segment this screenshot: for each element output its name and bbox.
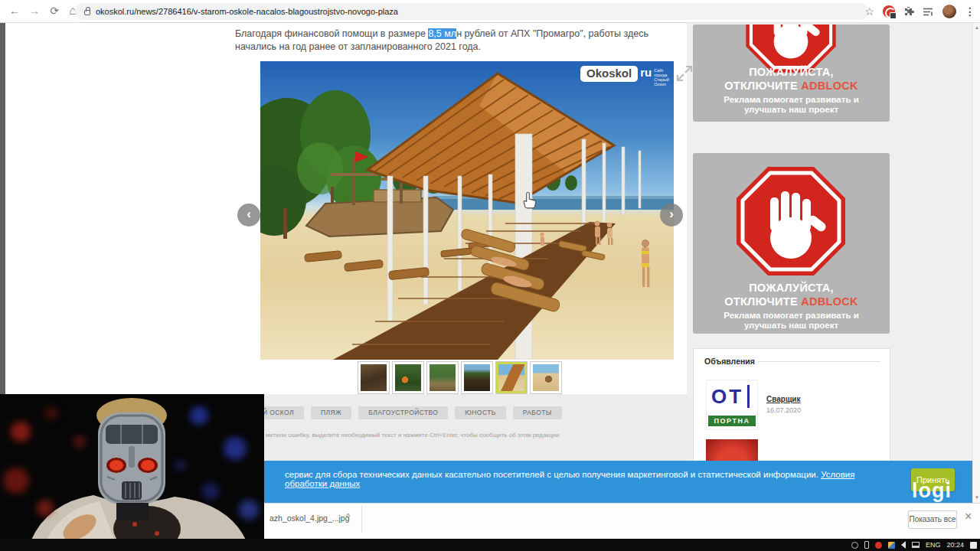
error-report-notice: метили ошибку, выделите необходимый текс… bbox=[266, 432, 560, 439]
divider bbox=[758, 361, 880, 362]
download-item-caret-icon[interactable]: ^ bbox=[346, 512, 350, 521]
extensions-puzzle-icon[interactable] bbox=[903, 6, 914, 17]
thumbnail-5-selected[interactable] bbox=[496, 362, 527, 393]
classified-1-link[interactable]: Сварщик bbox=[766, 395, 801, 403]
language-indicator[interactable]: ENG bbox=[926, 541, 941, 549]
downloaded-file-item[interactable]: azh_oskol_4.jpg_...jpg bbox=[270, 514, 350, 523]
classified-2-image[interactable] bbox=[706, 439, 758, 462]
media-list-icon[interactable] bbox=[923, 7, 934, 17]
watermark-tld: ru bbox=[640, 66, 652, 79]
reload-icon[interactable]: ⟳ bbox=[46, 2, 63, 19]
page-scrollbar[interactable]: ▲ ▼ bbox=[972, 23, 980, 503]
bookmark-star-icon[interactable]: ☆ bbox=[864, 5, 874, 18]
network-icon[interactable] bbox=[912, 542, 920, 548]
lock-icon bbox=[84, 10, 90, 15]
adblock-line3: Реклама помогает развивать и bbox=[693, 311, 890, 320]
browser-menu-icon[interactable]: ⋮ bbox=[965, 5, 975, 18]
system-tray: ENG 20:24 bbox=[851, 539, 977, 551]
windows-taskbar: ENG 20:24 bbox=[0, 539, 980, 551]
bokeh-light bbox=[224, 437, 247, 460]
thumbnail-2[interactable] bbox=[393, 362, 423, 393]
scroll-up-icon[interactable]: ▲ bbox=[973, 25, 980, 30]
tag-yunost[interactable]: ЮНОСТЬ bbox=[455, 406, 505, 419]
adblock-line3: Реклама помогает развивать и bbox=[693, 95, 890, 104]
watermark-tagline: Сайт городаСтарый Оскол bbox=[654, 68, 674, 86]
bokeh-light bbox=[202, 483, 219, 500]
thumbnail-6[interactable] bbox=[531, 362, 561, 393]
adblock-line2: ОТКЛЮЧИТЕ ADBLOCK bbox=[693, 295, 890, 308]
adblock-notice-main: ПОЖАЛУЙСТА, ОТКЛЮЧИТЕ ADBLOCK Реклама по… bbox=[693, 153, 890, 334]
beach-render-illustration bbox=[260, 61, 674, 360]
scroll-down-icon[interactable]: ▼ bbox=[973, 495, 980, 500]
volume-icon[interactable] bbox=[901, 541, 906, 549]
logo-text-top: ОТ bbox=[711, 385, 750, 408]
article-text-before: Благодаря финансовой помощи в размере bbox=[235, 28, 428, 39]
bokeh-light bbox=[175, 460, 185, 471]
adblock-line1: ПОЖАЛУЙСТА, bbox=[693, 66, 890, 78]
gallery-prev-button[interactable]: ‹ bbox=[237, 204, 260, 227]
url-text: okoskol.ru/news/2786416/v-starom-oskole-… bbox=[96, 7, 398, 16]
logitech-watermark: logi bbox=[912, 479, 952, 503]
back-icon[interactable]: ← bbox=[6, 2, 23, 19]
adblock-line1: ПОЖАЛУЙСТА, bbox=[693, 282, 890, 294]
browser-actions: ☆ ⋮ bbox=[864, 0, 980, 23]
tag-plyazh[interactable]: ПЛЯЖ bbox=[311, 406, 351, 419]
gallery-thumbnails bbox=[358, 362, 561, 393]
classified-1-date: 16.07.2020 bbox=[766, 406, 801, 414]
divider bbox=[361, 506, 362, 533]
article-tags: Й ОСКОЛ ПЛЯЖ БЛАГОУСТРОЙСТВО ЮНОСТЬ РАБО… bbox=[253, 406, 562, 419]
tray-app-icon[interactable] bbox=[888, 542, 895, 549]
watermark-brand: Okoskol bbox=[580, 66, 638, 82]
bokeh-light bbox=[190, 406, 208, 425]
selected-text: 8,5 мл bbox=[428, 28, 456, 39]
gallery-next-button[interactable]: › bbox=[660, 204, 683, 227]
tag-raboty[interactable]: РАБОТЫ bbox=[513, 406, 562, 419]
bokeh-light bbox=[3, 468, 29, 494]
clock-time[interactable]: 20:24 bbox=[946, 541, 964, 549]
bokeh-light bbox=[37, 500, 54, 517]
stop-sign-icon bbox=[733, 164, 848, 279]
thumbnail-4[interactable] bbox=[462, 362, 492, 393]
classifieds-widget: Объявления ОТ ПОРТНА Сварщик 16.07.2020 bbox=[693, 348, 890, 462]
fullscreen-expand-icon[interactable] bbox=[675, 64, 694, 83]
adblock-notice-top: ПОЖАЛУЙСТА, ОТКЛЮЧИТЕ ADBLOCK Реклама по… bbox=[693, 24, 890, 122]
thumbnail-3[interactable] bbox=[427, 362, 458, 393]
webcam-overlay bbox=[0, 394, 264, 541]
bokeh-light bbox=[11, 422, 31, 442]
adblock-line4: улучшать наш проект bbox=[693, 105, 890, 114]
profile-avatar[interactable] bbox=[942, 5, 956, 18]
gallery-main-image[interactable]: Okoskol ru Сайт городаСтарый Оскол bbox=[260, 61, 674, 360]
address-bar[interactable]: okoskol.ru/news/2786416/v-starom-oskole-… bbox=[75, 3, 868, 20]
bokeh-light bbox=[74, 435, 86, 448]
logo-text-bottom: ПОРТНА bbox=[708, 416, 756, 426]
adblock-line4: улучшать наш проект bbox=[693, 321, 890, 330]
classifieds-title: Объявления bbox=[704, 357, 755, 366]
thumbnail-1[interactable] bbox=[358, 362, 389, 393]
classified-1-logo[interactable]: ОТ ПОРТНА bbox=[706, 380, 758, 430]
forward-icon[interactable]: → bbox=[26, 2, 43, 19]
person-in-starlord-mask bbox=[0, 394, 264, 541]
tray-record-icon[interactable] bbox=[875, 542, 882, 549]
bokeh-light bbox=[239, 500, 259, 520]
show-all-downloads-button[interactable]: Показать все bbox=[908, 510, 957, 529]
notification-center-icon[interactable] bbox=[970, 542, 977, 549]
tray-clock-icon[interactable] bbox=[851, 542, 858, 549]
download-bar-close-icon[interactable]: × bbox=[965, 510, 972, 523]
tag-blagoustroystvo[interactable]: БЛАГОУСТРОЙСТВО bbox=[358, 406, 448, 419]
tray-phone-icon[interactable] bbox=[864, 541, 869, 549]
adblock-line2: ОТКЛЮЧИТЕ ADBLOCK bbox=[693, 80, 890, 92]
adblock-extension-icon[interactable] bbox=[883, 5, 895, 18]
cookie-text: сервис для сбора технических данных каса… bbox=[285, 470, 890, 488]
browser-toolbar: ← → ⟳ ⌂ okoskol.ru/news/2786416/v-starom… bbox=[0, 0, 980, 23]
bokeh-light bbox=[44, 406, 58, 420]
screen: ← → ⟳ ⌂ okoskol.ru/news/2786416/v-starom… bbox=[0, 0, 980, 551]
article-paragraph: Благодаря финансовой помощи в размере 8,… bbox=[235, 28, 684, 54]
site-watermark: Okoskol ru Сайт городаСтарый Оскол bbox=[580, 66, 674, 86]
